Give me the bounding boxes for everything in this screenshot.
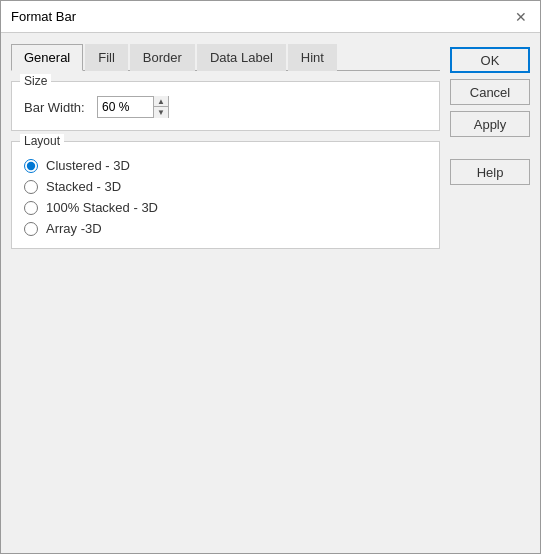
size-section: Size Bar Width: ▲ ▼ xyxy=(11,81,440,131)
close-button[interactable]: ✕ xyxy=(512,8,530,26)
spinner-up-button[interactable]: ▲ xyxy=(154,96,168,107)
tab-data-label[interactable]: Data Label xyxy=(197,44,286,71)
radio-item-clustered[interactable]: Clustered - 3D xyxy=(24,158,427,173)
radio-stacked[interactable] xyxy=(24,180,38,194)
cancel-button[interactable]: Cancel xyxy=(450,79,530,105)
title-bar: Format Bar ✕ xyxy=(1,1,540,33)
bar-width-row: Bar Width: ▲ ▼ xyxy=(24,96,427,118)
ok-button[interactable]: OK xyxy=(450,47,530,73)
radio-clustered-label: Clustered - 3D xyxy=(46,158,130,173)
bar-width-label: Bar Width: xyxy=(24,100,89,115)
button-panel: OK Cancel Apply Help xyxy=(450,43,530,543)
layout-radio-group: Clustered - 3D Stacked - 3D 100% Stacked… xyxy=(24,158,427,236)
radio-item-100-stacked[interactable]: 100% Stacked - 3D xyxy=(24,200,427,215)
radio-100-stacked[interactable] xyxy=(24,201,38,215)
format-bar-dialog: Format Bar ✕ General Fill Border Data La… xyxy=(0,0,541,554)
spinner-buttons: ▲ ▼ xyxy=(153,96,168,118)
apply-button[interactable]: Apply xyxy=(450,111,530,137)
content-panel: Size Bar Width: ▲ ▼ Layou xyxy=(11,81,440,543)
size-section-label: Size xyxy=(20,74,51,88)
tab-fill[interactable]: Fill xyxy=(85,44,128,71)
main-area: General Fill Border Data Label Hint xyxy=(11,43,440,543)
tab-border[interactable]: Border xyxy=(130,44,195,71)
spinner-down-button[interactable]: ▼ xyxy=(154,107,168,118)
tab-bar: General Fill Border Data Label Hint xyxy=(11,43,440,71)
radio-item-array[interactable]: Array -3D xyxy=(24,221,427,236)
dialog-title: Format Bar xyxy=(11,9,76,24)
layout-section: Layout Clustered - 3D Stacked - 3D 10 xyxy=(11,141,440,249)
radio-100-stacked-label: 100% Stacked - 3D xyxy=(46,200,158,215)
help-button[interactable]: Help xyxy=(450,159,530,185)
dialog-body: General Fill Border Data Label Hint xyxy=(1,33,540,553)
radio-item-stacked[interactable]: Stacked - 3D xyxy=(24,179,427,194)
button-spacer xyxy=(450,143,530,153)
radio-array[interactable] xyxy=(24,222,38,236)
tab-hint[interactable]: Hint xyxy=(288,44,337,71)
radio-clustered[interactable] xyxy=(24,159,38,173)
radio-stacked-label: Stacked - 3D xyxy=(46,179,121,194)
tab-general[interactable]: General xyxy=(11,44,83,71)
bar-width-spinner: ▲ ▼ xyxy=(97,96,169,118)
layout-section-label: Layout xyxy=(20,134,64,148)
radio-array-label: Array -3D xyxy=(46,221,102,236)
bar-width-input[interactable] xyxy=(98,97,153,117)
